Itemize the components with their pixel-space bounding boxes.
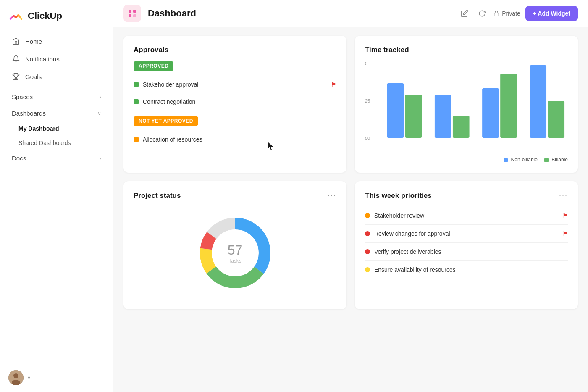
refresh-icon (478, 10, 486, 17)
sidebar-item-goals[interactable]: Goals (3, 68, 110, 85)
dashboard-content: Approvals APPROVED Stakeholder approval … (113, 27, 588, 392)
logo-container: ClickUp (0, 0, 113, 28)
priority-text-2: Review changes for approval (374, 230, 450, 237)
green-dot-icon-2 (134, 99, 139, 104)
svg-rect-15 (548, 101, 564, 138)
chevron-right-icon: › (100, 94, 101, 100)
y-label-0: 0 (365, 61, 375, 66)
privacy-label: Private (502, 10, 520, 17)
refresh-button[interactable] (476, 7, 488, 20)
svg-rect-11 (453, 116, 470, 138)
not-approved-section: NOT YET APPROVED Allocation of resources (134, 116, 336, 148)
approval-item-text-2: Contract negotiation (143, 98, 195, 105)
project-status-title: Project status (134, 192, 181, 200)
donut-chart: 57 Tasks (193, 211, 277, 295)
sidebar: ClickUp Home Notifications Goals Sp (0, 0, 113, 392)
sidebar-item-notifications[interactable]: Notifications (3, 50, 110, 67)
privacy-indicator: Private (494, 10, 520, 17)
svg-rect-10 (435, 95, 452, 138)
priority-item-1[interactable]: Stakeholder review ⚑ (365, 207, 568, 225)
svg-rect-3 (129, 10, 131, 13)
priority-dot-red-1 (365, 231, 370, 236)
svg-rect-13 (500, 74, 517, 138)
svg-point-1 (13, 373, 18, 378)
clickup-logo-icon (8, 8, 24, 24)
chart-y-labels: 50 25 0 (365, 61, 375, 141)
sidebar-item-shared-dashboards-label: Shared Dashboards (18, 139, 71, 146)
dashboard-grid: Approvals APPROVED Stakeholder approval … (123, 36, 578, 309)
project-status-card: Project status ··· (123, 181, 346, 309)
legend-billable: Billable (544, 157, 568, 163)
priority-text-1: Stakeholder review (374, 212, 424, 219)
donut-number: 57 (228, 242, 243, 258)
priority-dot-orange-1 (365, 213, 370, 218)
priority-item-3[interactable]: Verify project deliverables (365, 243, 568, 261)
flag-icon-1: ⚑ (331, 81, 336, 88)
edit-button[interactable] (458, 7, 471, 20)
sidebar-item-my-dashboard[interactable]: My Dashboard (3, 122, 110, 135)
svg-rect-6 (133, 14, 136, 17)
sidebar-item-dashboards[interactable]: Dashboards ∨ (3, 105, 110, 121)
time-tracked-title: Time tracked (365, 46, 568, 54)
avatar[interactable] (8, 370, 24, 385)
svg-rect-9 (405, 95, 422, 138)
add-widget-button[interactable]: + Add Widget (525, 6, 578, 21)
chart-legend: Non-billable Billable (365, 157, 568, 163)
legend-dot-green (544, 158, 549, 162)
approval-item-allocation[interactable]: Allocation of resources (134, 131, 336, 148)
approval-item-stakeholder[interactable]: Stakeholder approval ⚑ (134, 76, 336, 93)
priorities-menu-button[interactable]: ··· (559, 191, 568, 200)
svg-rect-12 (482, 88, 499, 138)
svg-rect-5 (129, 14, 131, 17)
approvals-title: Approvals (134, 46, 336, 54)
home-icon (12, 37, 20, 45)
not-approved-badge: NOT YET APPROVED (134, 116, 198, 126)
time-tracked-chart: 50 25 0 (365, 61, 568, 153)
sidebar-item-goals-label: Goals (25, 73, 101, 80)
priority-text-3: Verify project deliverables (374, 248, 441, 255)
bell-icon (12, 55, 20, 63)
priority-item-2[interactable]: Review changes for approval ⚑ (365, 225, 568, 243)
pencil-icon (461, 10, 468, 17)
priority-dot-yellow-1 (365, 267, 370, 272)
sidebar-item-shared-dashboards[interactable]: Shared Dashboards (3, 136, 110, 150)
project-status-menu-button[interactable]: ··· (328, 191, 336, 200)
approved-section: APPROVED Stakeholder approval ⚑ Contract… (134, 61, 336, 110)
sidebar-item-docs-label: Docs (12, 155, 94, 162)
priority-item-4[interactable]: Ensure availability of resources (365, 261, 568, 279)
sidebar-navigation: Home Notifications Goals Spaces › Dashbo… (0, 28, 113, 363)
svg-rect-8 (387, 83, 404, 138)
sidebar-item-my-dashboard-label: My Dashboard (18, 125, 59, 132)
green-dot-icon (134, 82, 139, 87)
bar-chart-svg (378, 61, 568, 141)
flag-icon-priority-1: ⚑ (562, 212, 568, 219)
lock-icon (494, 11, 499, 16)
sidebar-item-home-label: Home (25, 38, 101, 45)
time-tracked-card: Time tracked 50 25 0 (355, 36, 578, 173)
logo-text: ClickUp (28, 11, 62, 21)
chevron-down-icon: ∨ (97, 110, 101, 116)
user-avatar-image (8, 370, 24, 385)
sidebar-footer: ▾ (0, 363, 113, 392)
approvals-card: Approvals APPROVED Stakeholder approval … (123, 36, 346, 173)
orange-dot-icon (134, 137, 139, 142)
priority-text-4: Ensure availability of resources (374, 266, 456, 273)
user-menu-chevron-icon[interactable]: ▾ (28, 375, 30, 381)
chevron-right-docs-icon: › (100, 155, 101, 161)
approval-item-text-1: Stakeholder approval (143, 81, 198, 88)
sidebar-item-spaces[interactable]: Spaces › (3, 89, 110, 105)
approval-item-contract[interactable]: Contract negotiation (134, 93, 336, 110)
legend-non-billable: Non-billable (504, 157, 538, 163)
sidebar-item-docs[interactable]: Docs › (3, 150, 110, 166)
donut-chart-container: 57 Tasks (134, 207, 336, 299)
priorities-header: This week priorities ··· (365, 191, 568, 200)
sidebar-item-home[interactable]: Home (3, 33, 110, 50)
y-label-50: 50 (365, 136, 375, 141)
donut-label: 57 Tasks (228, 242, 243, 264)
legend-dot-blue (504, 158, 508, 162)
main-content: Dashboard Private + Add Widget Approvals (113, 0, 588, 392)
sidebar-item-notifications-label: Notifications (25, 55, 101, 63)
approval-item-text-3: Allocation of resources (143, 136, 202, 143)
priorities-title: This week priorities (365, 192, 432, 200)
priorities-card: This week priorities ··· Stakeholder rev… (355, 181, 578, 309)
